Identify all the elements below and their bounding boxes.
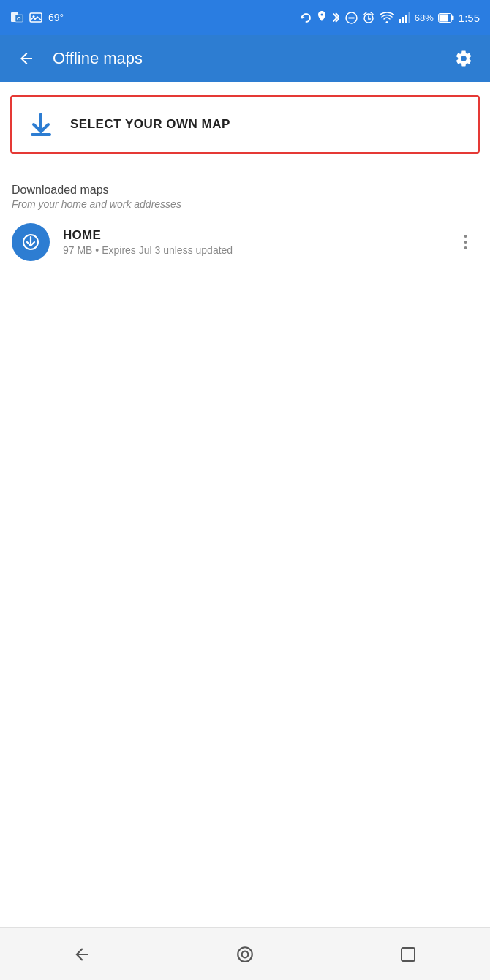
back-button[interactable] [12,44,41,73]
temperature: 69° [48,12,64,23]
signal-icon [399,12,410,23]
app-bar: Offline maps [0,35,490,82]
svg-rect-16 [439,14,448,21]
svg-rect-12 [405,15,407,23]
svg-rect-13 [408,12,410,23]
alarm-icon [362,11,375,24]
download-icon [26,110,56,139]
gallery-icon [29,11,42,24]
battery-percent: 68% [415,12,434,23]
svg-text:O: O [17,16,21,21]
settings-button[interactable] [449,44,478,73]
svg-point-21 [464,241,467,244]
svg-rect-25 [402,948,415,961]
status-right: 68% 1:55 [300,11,480,24]
downloaded-maps-header: Downloaded maps From your home and work … [0,167,490,213]
map-item-icon [12,223,50,261]
svg-point-23 [238,947,252,962]
main-content: SELECT YOUR OWN MAP Downloaded maps From… [0,82,490,600]
home-nav-button[interactable] [223,932,267,976]
back-nav-button[interactable] [60,932,104,976]
svg-point-20 [464,235,467,238]
battery-icon [438,13,454,23]
select-map-label: SELECT YOUR OWN MAP [70,117,230,132]
outlook-icon: O [10,11,23,24]
page-title: Offline maps [53,49,449,68]
bluetooth-icon [331,11,341,24]
select-own-map-button[interactable]: SELECT YOUR OWN MAP [10,95,480,154]
donotdisturb-icon [345,12,358,24]
svg-point-22 [464,246,467,249]
map-item: HOME 97 MB • Expires Jul 3 unless update… [0,213,490,271]
status-bar: O 69° [0,0,490,35]
sync-icon [300,12,312,24]
section-title: Downloaded maps [12,184,478,197]
svg-rect-10 [399,19,401,23]
map-item-info: HOME 97 MB • Expires Jul 3 unless update… [63,228,452,256]
map-item-meta: 97 MB • Expires Jul 3 unless updated [63,244,452,256]
svg-rect-3 [30,13,42,22]
spacer [0,600,490,928]
time: 1:55 [459,12,480,24]
svg-rect-11 [402,17,404,23]
svg-rect-15 [451,15,453,20]
map-item-name: HOME [63,228,452,243]
map-item-more-button[interactable] [452,229,478,255]
bottom-nav [0,927,490,980]
recent-nav-button[interactable] [386,932,430,976]
status-left: O 69° [10,11,64,24]
wifi-icon [380,12,394,23]
svg-point-24 [242,951,249,957]
section-subtitle: From your home and work addresses [12,198,478,210]
location-icon [317,11,327,24]
